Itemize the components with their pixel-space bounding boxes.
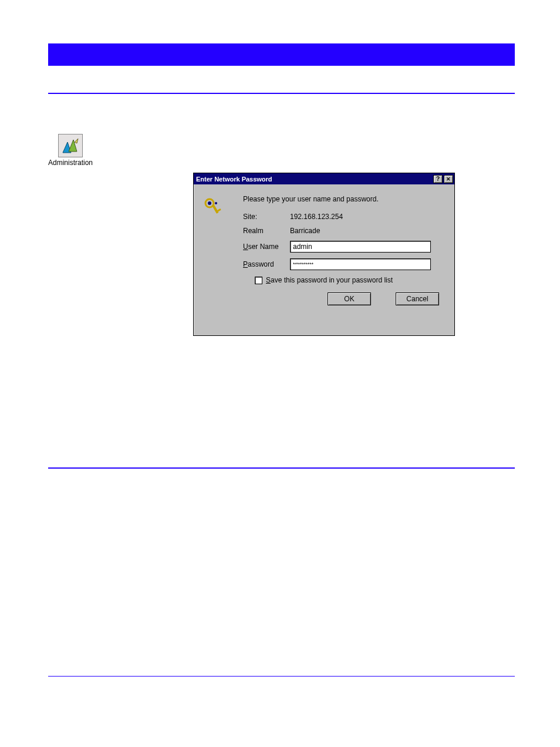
svg-point-7: [215, 202, 217, 204]
password-label: Password: [243, 260, 290, 268]
username-input[interactable]: [290, 241, 431, 253]
ok-button[interactable]: OK: [328, 292, 371, 305]
username-label: User Name: [243, 243, 290, 251]
dialog-prompt: Please type your user name and password.: [243, 195, 445, 203]
site-value: 192.168.123.254: [290, 213, 343, 221]
svg-point-4: [208, 201, 211, 205]
dialog-titlebar: Enter Network Password ? ✕: [194, 173, 454, 184]
realm-label: Realm: [243, 227, 290, 235]
key-icon: [203, 197, 224, 218]
save-password-checkbox[interactable]: [255, 277, 262, 284]
realm-value: Barricade: [290, 227, 320, 235]
save-password-label: Save this password in your password list: [266, 276, 393, 284]
help-button[interactable]: ?: [433, 175, 443, 183]
site-label: Site:: [243, 213, 290, 221]
divider-bottom: [48, 676, 515, 677]
divider-top: [48, 93, 515, 94]
password-input[interactable]: [290, 258, 431, 270]
administration-shortcut[interactable]: Administration: [48, 134, 93, 167]
dialog-title: Enter Network Password: [196, 176, 432, 183]
svg-marker-2: [75, 139, 78, 143]
administration-icon: [58, 134, 83, 157]
divider-middle: [48, 467, 515, 469]
administration-label: Administration: [48, 159, 93, 167]
svg-rect-5: [212, 204, 218, 214]
close-button[interactable]: ✕: [444, 175, 453, 183]
header-bar: [48, 43, 515, 66]
network-password-dialog: Enter Network Password ? ✕ Please type y…: [193, 173, 455, 336]
cancel-button[interactable]: Cancel: [396, 292, 439, 305]
